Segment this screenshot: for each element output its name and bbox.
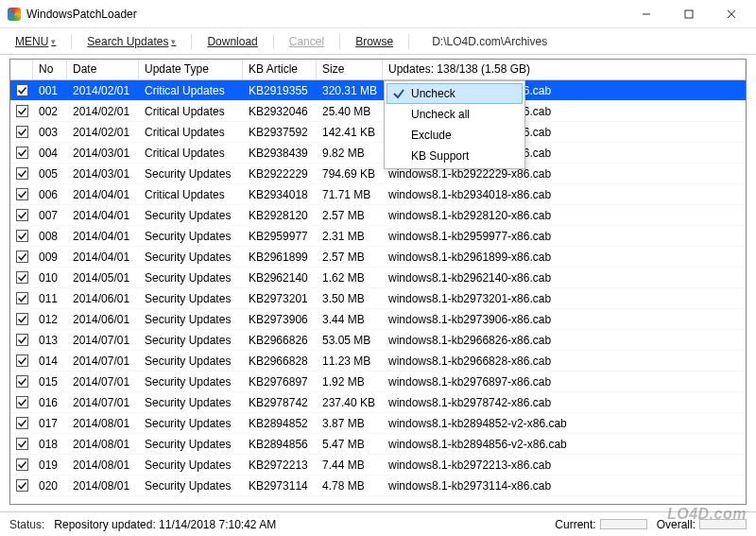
- table-row[interactable]: 0172014/08/01Security UpdatesKB28948523.…: [10, 413, 746, 434]
- cell-kb: KB2966828: [243, 353, 317, 370]
- maximize-button[interactable]: [667, 1, 710, 27]
- cell-kb: KB2922229: [243, 165, 317, 182]
- cell-date: 2014/07/01: [67, 373, 139, 390]
- cell-size: 142.41 KB: [317, 124, 383, 141]
- cell-no: 005: [33, 165, 67, 182]
- table-row[interactable]: 0152014/07/01Security UpdatesKB29768971.…: [10, 372, 746, 392]
- menu-item-uncheck-all[interactable]: Uncheck all: [387, 104, 523, 125]
- table-row[interactable]: 0062014/04/01Critical UpdatesKB293401871…: [10, 184, 746, 205]
- svg-rect-18: [16, 376, 27, 388]
- current-label: Current:: [555, 518, 595, 531]
- cell-type: Security Updates: [139, 373, 243, 390]
- cell-size: 2.57 MB: [317, 207, 383, 224]
- column-date[interactable]: Date: [67, 60, 139, 79]
- table-row[interactable]: 0012014/02/01Critical UpdatesKB291935532…: [10, 80, 746, 101]
- column-type[interactable]: Update Type: [139, 60, 243, 79]
- menu-item-uncheck[interactable]: Uncheck: [387, 83, 523, 104]
- row-checkbox[interactable]: [10, 313, 33, 325]
- cell-date: 2014/04/01: [67, 186, 139, 203]
- separator: [191, 34, 192, 49]
- minimize-button[interactable]: [625, 1, 667, 27]
- column-no[interactable]: No: [33, 60, 67, 79]
- table-row[interactable]: 0072014/04/01Security UpdatesKB29281202.…: [10, 205, 746, 226]
- row-checkbox[interactable]: [10, 271, 33, 284]
- title-bar: WindowsPatchLoader: [0, 0, 756, 28]
- window-title: WindowsPatchLoader: [26, 8, 625, 21]
- column-kb[interactable]: KB Article: [243, 60, 317, 79]
- cell-date: 2014/07/01: [67, 394, 139, 411]
- column-size[interactable]: Size: [317, 60, 383, 79]
- row-checkbox[interactable]: [10, 251, 33, 263]
- table-row[interactable]: 0182014/08/01Security UpdatesKB28948565.…: [10, 434, 746, 455]
- close-button[interactable]: [710, 1, 752, 27]
- cell-type: Security Updates: [139, 269, 243, 286]
- row-checkbox[interactable]: [10, 375, 33, 388]
- cell-date: 2014/06/01: [67, 311, 139, 328]
- cell-type: Critical Updates: [139, 103, 243, 120]
- row-checkbox[interactable]: [10, 105, 33, 117]
- table-row[interactable]: 0042014/03/01Critical UpdatesKB29384399.…: [10, 143, 746, 164]
- row-checkbox[interactable]: [10, 417, 33, 429]
- chevron-down-icon: ▾: [51, 37, 56, 46]
- row-checkbox[interactable]: [10, 479, 33, 492]
- cell-size: 53.05 MB: [317, 332, 383, 349]
- search-label: Search Updates: [87, 35, 168, 48]
- cell-kb: KB2919355: [243, 82, 317, 99]
- cell-kb: KB2934018: [243, 186, 317, 203]
- table-row[interactable]: 0122014/06/01Security UpdatesKB29739063.…: [10, 309, 746, 330]
- table-row[interactable]: 0022014/02/01Critical UpdatesKB293204625…: [10, 101, 746, 122]
- row-checkbox[interactable]: [10, 126, 33, 138]
- menu-label: MENU: [15, 35, 48, 48]
- cell-kb: KB2962140: [243, 269, 317, 286]
- table-row[interactable]: 0082014/04/01Security UpdatesKB29599772.…: [10, 226, 746, 247]
- cell-size: 1.62 MB: [317, 269, 383, 286]
- cell-date: 2014/04/01: [67, 228, 139, 245]
- table-row[interactable]: 0112014/06/01Security UpdatesKB29732013.…: [10, 288, 746, 309]
- menu-item-kb-support[interactable]: KB Support: [387, 146, 523, 166]
- uncheck-label: Uncheck: [411, 87, 455, 100]
- menu-item-exclude[interactable]: Exclude: [387, 125, 523, 146]
- column-checkbox[interactable]: [10, 60, 33, 79]
- progress-current: Current:: [555, 518, 646, 531]
- cell-no: 013: [33, 332, 67, 349]
- table-row[interactable]: 0092014/04/01Security UpdatesKB29618992.…: [10, 247, 746, 268]
- row-checkbox[interactable]: [10, 334, 33, 346]
- cell-type: Critical Updates: [139, 124, 243, 141]
- table-row[interactable]: 0142014/07/01Security UpdatesKB296682811…: [10, 351, 746, 372]
- column-updates[interactable]: Updates: 138/138 (1.58 GB): [383, 60, 746, 79]
- row-checkbox[interactable]: [10, 167, 33, 180]
- table-row[interactable]: 0052014/03/01Security UpdatesKB292222979…: [10, 164, 746, 184]
- cell-file: windows8.1-kb2973906-x86.cab: [383, 311, 746, 328]
- download-button[interactable]: Download: [201, 33, 263, 50]
- svg-rect-6: [16, 127, 27, 138]
- row-checkbox[interactable]: [10, 230, 33, 242]
- table-row[interactable]: 0102014/05/01Security UpdatesKB29621401.…: [10, 268, 746, 288]
- cell-type: Critical Updates: [139, 82, 243, 99]
- row-checkbox[interactable]: [10, 209, 33, 221]
- cell-date: 2014/04/01: [67, 207, 139, 224]
- row-checkbox[interactable]: [10, 458, 33, 471]
- search-updates-button[interactable]: Search Updates▾: [81, 33, 181, 50]
- cancel-button[interactable]: Cancel: [284, 33, 330, 50]
- menu-button[interactable]: MENU▾: [9, 33, 61, 50]
- row-checkbox[interactable]: [10, 188, 33, 200]
- browse-button[interactable]: Browse: [350, 33, 399, 50]
- row-checkbox[interactable]: [10, 396, 33, 408]
- row-checkbox[interactable]: [10, 147, 33, 159]
- svg-rect-16: [16, 335, 27, 346]
- row-checkbox[interactable]: [10, 84, 33, 96]
- cell-type: Security Updates: [139, 353, 243, 370]
- table-row[interactable]: 0132014/07/01Security UpdatesKB296682653…: [10, 330, 746, 351]
- svg-rect-23: [16, 480, 27, 492]
- row-checkbox[interactable]: [10, 354, 33, 367]
- cell-no: 019: [33, 457, 67, 474]
- table-row[interactable]: 0162014/07/01Security UpdatesKB297874223…: [10, 392, 746, 413]
- row-checkbox[interactable]: [10, 438, 33, 450]
- table-body[interactable]: 0012014/02/01Critical UpdatesKB291935532…: [10, 80, 746, 504]
- table-row[interactable]: 0202014/08/01Security UpdatesKB29731144.…: [10, 475, 746, 496]
- cell-type: Security Updates: [139, 165, 243, 182]
- cell-size: 3.50 MB: [317, 290, 383, 307]
- table-row[interactable]: 0032014/02/01Critical UpdatesKB293759214…: [10, 122, 746, 143]
- row-checkbox[interactable]: [10, 292, 33, 304]
- table-row[interactable]: 0192014/08/01Security UpdatesKB29722137.…: [10, 455, 746, 475]
